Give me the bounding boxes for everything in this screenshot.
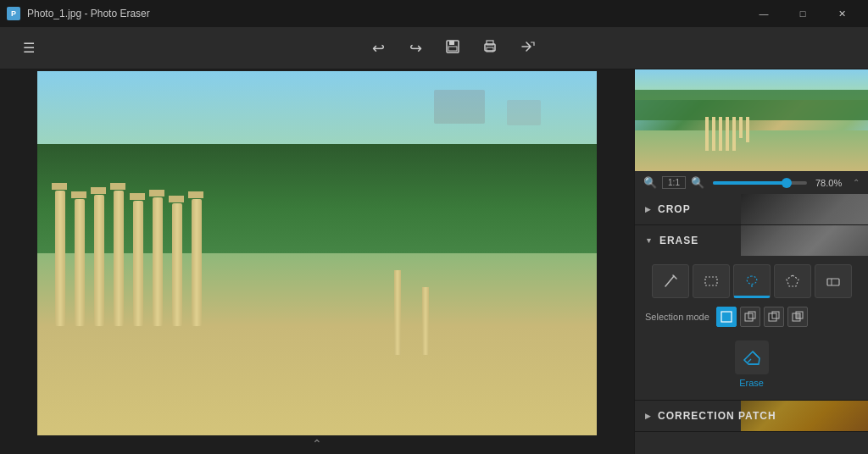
erase-arrow-icon: ▼ xyxy=(645,236,653,245)
zoom-slider-fill xyxy=(713,181,787,185)
close-button[interactable]: ✕ xyxy=(822,0,861,27)
maximize-button[interactable]: □ xyxy=(783,0,822,27)
erase-section: ▼ ERASE xyxy=(635,225,868,401)
erase-button[interactable]: Erase xyxy=(735,340,769,388)
correction-patch-section: ▶ CORRECTION PATCH xyxy=(635,401,868,432)
zoom-slider-thumb xyxy=(782,178,792,188)
crop-title: CROP xyxy=(658,203,691,215)
erase-preview xyxy=(741,225,868,256)
selection-mode-icons xyxy=(716,307,808,327)
print-icon xyxy=(482,39,498,58)
menu-button[interactable]: ☰ xyxy=(14,33,44,64)
erase-section-content: Selection mode xyxy=(635,256,868,400)
share-button[interactable] xyxy=(512,33,542,64)
eraser-tool-button[interactable] xyxy=(815,264,852,298)
selection-mode-subtract[interactable] xyxy=(764,307,784,327)
crop-arrow-icon: ▶ xyxy=(645,205,651,213)
zoom-slider[interactable] xyxy=(713,181,807,185)
save-icon xyxy=(445,39,460,58)
single-column-1 xyxy=(394,270,401,355)
zoom-ratio-label: 1:1 xyxy=(662,176,686,189)
thumb-columns xyxy=(705,117,749,151)
zoom-collapse-arrow[interactable]: ⌃ xyxy=(853,178,860,187)
window-title: Photo_1.jpg - Photo Eraser xyxy=(27,8,150,19)
svg-marker-7 xyxy=(787,275,798,286)
erase-preview-image xyxy=(741,225,868,256)
canvas-area[interactable]: ⌃ xyxy=(0,69,634,454)
title-bar-left: P Photo_1.jpg - Photo Eraser xyxy=(7,7,150,20)
erase-tool-row xyxy=(645,264,858,298)
share-icon xyxy=(520,39,535,58)
selection-mode-add[interactable] xyxy=(740,307,760,327)
svg-rect-6 xyxy=(705,277,717,285)
zoom-in-icon[interactable]: 🔍 xyxy=(691,176,704,189)
title-bar: P Photo_1.jpg - Photo Eraser — □ ✕ xyxy=(0,0,868,27)
canvas-collapse-arrow[interactable]: ⌃ xyxy=(312,437,322,451)
selection-mode-row: Selection mode xyxy=(645,307,858,327)
svg-rect-2 xyxy=(448,47,457,51)
correction-section-header[interactable]: ▶ CORRECTION PATCH xyxy=(635,401,868,431)
redo-button[interactable]: ↪ xyxy=(400,33,431,64)
erase-button-label: Erase xyxy=(739,378,764,388)
print-button[interactable] xyxy=(475,33,505,64)
canvas-image xyxy=(37,71,597,435)
window-controls: — □ ✕ xyxy=(744,0,861,27)
lasso-tool-button[interactable] xyxy=(733,264,771,298)
svg-rect-10 xyxy=(721,312,732,322)
crop-section-header[interactable]: ▶ CROP xyxy=(635,194,868,224)
thumbnail-container xyxy=(635,69,868,171)
correction-title: CORRECTION PATCH xyxy=(658,410,776,422)
erase-button-icon xyxy=(735,340,769,374)
svg-rect-8 xyxy=(827,279,839,285)
single-column-2 xyxy=(422,287,429,355)
thumbnail-image xyxy=(635,69,868,171)
crop-preview-image xyxy=(741,194,868,224)
erase-section-header[interactable]: ▼ ERASE xyxy=(635,225,868,256)
zoom-control: 🔍 1:1 🔍 78.0% ⌃ xyxy=(635,171,868,194)
menu-icon: ☰ xyxy=(23,40,35,56)
erase-btn-container: Erase xyxy=(645,337,858,391)
zoom-percent-label: 78.0% xyxy=(815,178,848,188)
crop-preview xyxy=(741,194,868,224)
selection-mode-intersect[interactable] xyxy=(787,307,808,327)
redo-icon: ↪ xyxy=(409,39,422,58)
selection-mode-label: Selection mode xyxy=(645,312,709,322)
svg-rect-1 xyxy=(449,41,454,45)
minimize-button[interactable]: — xyxy=(744,0,783,27)
polygon-lasso-tool-button[interactable] xyxy=(774,264,811,298)
svg-rect-17 xyxy=(796,313,800,319)
brush-tool-button[interactable] xyxy=(652,264,689,298)
selection-mode-new[interactable] xyxy=(716,307,737,327)
toolbar: ☰ ↩ ↪ xyxy=(0,27,868,69)
undo-button[interactable]: ↩ xyxy=(363,33,393,64)
app-icon: P xyxy=(7,7,20,20)
erase-title: ERASE xyxy=(659,235,698,246)
rect-select-tool-button[interactable] xyxy=(693,264,730,298)
crop-section: ▶ CROP xyxy=(635,194,868,225)
canvas-bottom-bar: ⌃ xyxy=(0,435,634,452)
undo-icon: ↩ xyxy=(372,39,385,58)
columns-group xyxy=(54,183,203,326)
save-button[interactable] xyxy=(437,33,468,64)
main-content: ⌃ 🔍 1:1 xyxy=(0,69,868,454)
right-panel: 🔍 1:1 🔍 78.0% ⌃ ▶ CROP xyxy=(634,69,868,454)
correction-arrow-icon: ▶ xyxy=(645,412,651,420)
zoom-out-icon[interactable]: 🔍 xyxy=(643,176,657,189)
svg-rect-12 xyxy=(748,312,755,318)
